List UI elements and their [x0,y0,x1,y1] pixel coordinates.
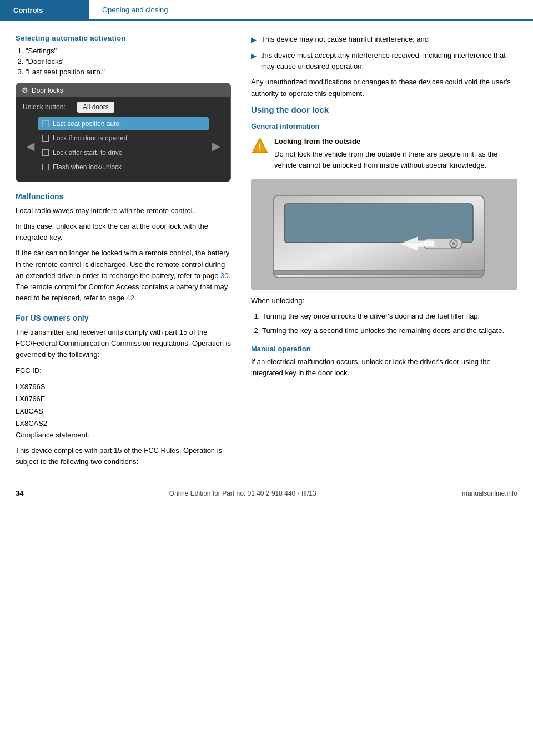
using-door-heading: Using the door lock [251,105,517,114]
door-locks-screen: ⚙ Door locks Unlock button: All doors ◀ … [16,83,231,182]
menu-item-0[interactable]: Last seat position auto. [38,117,209,130]
footer-edition-text: Online Edition for Part no. 01 40 2 918 … [169,490,316,497]
warning-triangle-icon: ! [251,137,269,155]
svg-rect-9 [273,270,484,275]
unlock-label: Unlock button: [23,103,73,111]
checkbox-2 [42,149,49,156]
general-info-heading: General information [251,122,517,130]
warning-box: ! Locking from the outside Do not lock t… [251,136,517,171]
bullet-item-2: ▶ this device must accept any interferen… [251,50,517,72]
svg-rect-4 [284,204,473,243]
gear-icon: ⚙ [22,86,28,94]
unlock-step-2: Turning the key a second time unlocks th… [262,325,517,336]
for-us-p1: The transmitter and receiver units compl… [16,327,231,360]
malfunction-p3-end: . [134,294,137,302]
unauth-p: Any unauthorized modifications or change… [251,77,517,99]
bullet-arrow-2: ▶ [251,51,257,72]
manual-op-heading: Manual operation [251,345,517,353]
page-header: Controls Opening and closing [0,0,533,20]
car-door-image [251,179,517,290]
bullet-arrow-1: ▶ [251,34,257,46]
malfunction-p2: In this case, unlock and lock the car at… [16,221,231,243]
screen-nav-left[interactable]: ◀ [23,117,38,175]
warning-content: Locking from the outside Do not lock the… [274,136,517,171]
right-column: ▶ This device may not cause harmful inte… [244,34,533,472]
bullet-text-1: This device may not cause harmful interf… [261,34,429,46]
menu-item-label-3: Flash when lock/unlock [53,163,122,171]
malfunctions-heading: Malfunctions [16,192,231,201]
when-unlocking-label: When unlocking: [251,295,517,306]
malfunction-p3: If the car can no longer be locked with … [16,248,231,304]
screen-titlebar: ⚙ Door locks [16,83,230,97]
fcc-id-1: LX8766E [16,393,231,405]
unlock-step-2-text: Turning the key a second time unlocks th… [262,326,504,335]
checkbox-3 [42,164,49,170]
menu-item-label-1: Lock if no door is opened [53,134,127,142]
screen-menu-row: ◀ Last seat position auto. Lock if no do… [23,117,224,175]
steps-list: "Settings" "Door locks" "Last seat posit… [26,47,231,76]
page-number: 34 [16,489,23,497]
header-tab-opening[interactable]: Opening and closing [89,0,533,20]
unlock-value: All doors [77,102,114,113]
checkbox-1 [42,135,49,142]
main-content: Selecting automatic activation "Settings… [0,21,533,472]
header-tab-controls[interactable]: Controls [0,0,89,20]
fcc-id-list: LX8766S LX8766E LX8CAS LX8CAS2 [16,381,231,430]
header-tab-opening-label: Opening and closing [102,6,168,14]
step-3: "Last seat position auto." [26,68,231,76]
compliance-label: Compliance statement: [16,430,231,441]
ref-link-42[interactable]: 42 [126,294,134,302]
menu-item-label-2: Lock after start. to drive [53,149,122,157]
warning-text: Do not lock the vehicle from the outside… [274,150,498,169]
unlock-step-1-text: Turning the key once unlocks the driver'… [262,312,480,320]
fcc-id-3: LX8CAS2 [16,417,231,430]
ref-link-30[interactable]: 30 [220,271,228,280]
fcc-id-label: FCC ID: [16,365,231,376]
manual-op-text: If an electrical malfunction occurs, unl… [251,356,517,379]
menu-item-3[interactable]: Flash when lock/unlock [38,160,209,174]
svg-point-7 [452,242,455,245]
menu-item-label-0: Last seat position auto. [53,120,121,128]
malfunction-p1: Local radio waves may interfere with the… [16,205,231,216]
unlock-step-1: Turning the key once unlocks the driver'… [262,311,517,322]
menu-item-1[interactable]: Lock if no door is opened [38,132,209,145]
step-2: "Door locks" [26,57,231,65]
warning-title: Locking from the outside [274,136,517,147]
screen-title: Door locks [32,87,63,94]
unlock-button-row: Unlock button: All doors [23,102,224,113]
malfunction-p3-text: If the car can no longer be locked with … [16,249,229,279]
fcc-id-2: LX8CAS [16,405,231,417]
page-footer: 34 Online Edition for Part no. 01 40 2 9… [0,483,533,503]
left-column: Selecting automatic activation "Settings… [0,34,244,472]
screen-nav-right[interactable]: ▶ [209,117,224,175]
select-auto-heading: Selecting automatic activation [16,34,231,42]
svg-text:!: ! [258,143,261,152]
screen-menu: Last seat position auto. Lock if no door… [38,117,209,175]
menu-item-2[interactable]: Lock after start. to drive [38,146,209,159]
compliance-p: This device complies with part 15 of the… [16,445,231,467]
bullet-item-1: ▶ This device may not cause harmful inte… [251,34,517,46]
unlock-steps-list: Turning the key once unlocks the driver'… [262,311,517,336]
step-1: "Settings" [26,47,231,55]
footer-watermark: manualsonline.info [462,490,517,497]
for-us-heading: For US owners only [16,314,231,322]
bullet-text-2: this device must accept any interference… [261,50,517,72]
header-tab-controls-label: Controls [13,6,43,14]
screen-content: Unlock button: All doors ◀ Last seat pos… [16,97,230,182]
car-door-svg [251,179,517,290]
fcc-id-0: LX8766S [16,381,231,393]
checkbox-0 [42,120,49,127]
